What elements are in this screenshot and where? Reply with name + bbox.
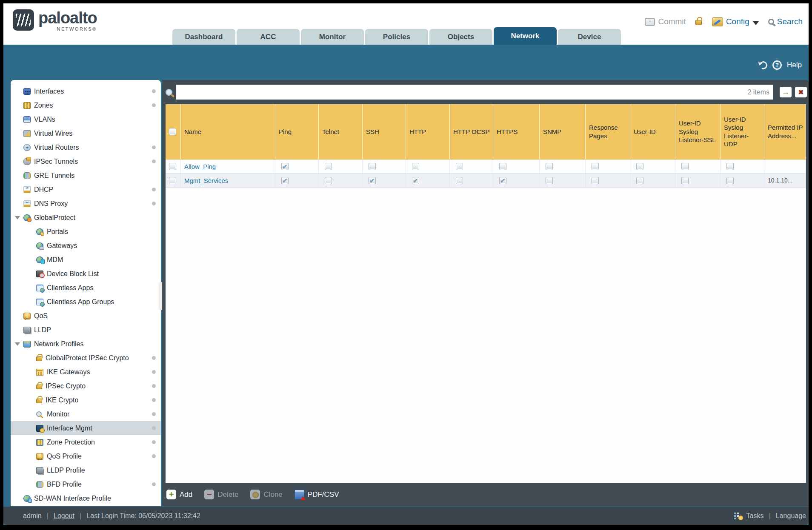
user-id-syslog-listener-udp-checkbox[interactable] bbox=[726, 177, 734, 184]
overflow-dot bbox=[152, 454, 156, 458]
logout-link[interactable]: Logout bbox=[54, 512, 74, 520]
ping-checkbox[interactable] bbox=[281, 163, 289, 170]
column-header-ssh[interactable]: SSH bbox=[363, 104, 406, 159]
column-header-telnet[interactable]: Telnet bbox=[319, 104, 363, 159]
sidebar-item-qos-profile[interactable]: QoS Profile bbox=[11, 449, 161, 463]
sidebar-item-ike-gateways[interactable]: IKE Gateways bbox=[11, 365, 161, 379]
sidebar-item-clientless-app-groups[interactable]: Clientless App Groups bbox=[11, 295, 161, 309]
column-header-http[interactable]: HTTP bbox=[406, 104, 450, 159]
response-pages-checkbox[interactable] bbox=[592, 163, 599, 170]
http-ocsp-checkbox[interactable] bbox=[456, 163, 463, 170]
telnet-checkbox[interactable] bbox=[325, 177, 332, 184]
unlock-icon[interactable] bbox=[695, 20, 702, 25]
column-header-user-id-syslog-listener-udp[interactable]: User-ID Syslog Listener-UDP bbox=[721, 104, 764, 159]
column-header-select[interactable] bbox=[166, 104, 181, 159]
sidebar-item-virtual-wires[interactable]: Virtual Wires bbox=[11, 126, 161, 140]
tab-dashboard[interactable]: Dashboard bbox=[172, 29, 235, 45]
sidebar-item-network-profiles[interactable]: Network Profiles bbox=[11, 337, 161, 351]
sidebar-item-gre-tunnels[interactable]: GRE Tunnels bbox=[11, 168, 161, 182]
sidebar-item-monitor[interactable]: Monitor bbox=[11, 407, 161, 421]
pdf-csv-button[interactable]: PDF/CSV bbox=[294, 490, 339, 499]
help-label[interactable]: Help bbox=[787, 61, 802, 69]
sidebar-item-vlans[interactable]: VLANs bbox=[11, 112, 161, 126]
sidebar-item-zones[interactable]: Zones bbox=[11, 98, 161, 112]
user-id-syslog-listener-ssl-checkbox[interactable] bbox=[681, 177, 689, 184]
http-checkbox[interactable] bbox=[412, 163, 419, 170]
search-button[interactable]: Search bbox=[777, 17, 803, 26]
column-header-snmp[interactable]: SNMP bbox=[540, 104, 586, 159]
row-select-checkbox[interactable] bbox=[169, 177, 176, 184]
select-all-checkbox[interactable] bbox=[169, 128, 176, 135]
chevron-down-icon[interactable] bbox=[753, 21, 759, 25]
sidebar-item-virtual-routers[interactable]: Virtual Routers bbox=[11, 140, 161, 154]
refresh-icon[interactable] bbox=[758, 60, 768, 70]
ssh-checkbox[interactable] bbox=[369, 177, 376, 184]
sidebar-item-qos[interactable]: QoS bbox=[11, 309, 161, 323]
sidebar-item-interfaces[interactable]: Interfaces bbox=[11, 84, 161, 98]
tab-objects[interactable]: Objects bbox=[429, 29, 492, 45]
column-header-https[interactable]: HTTPS bbox=[493, 104, 540, 159]
snmp-checkbox[interactable] bbox=[546, 163, 553, 170]
tab-policies[interactable]: Policies bbox=[365, 29, 428, 45]
ssh-checkbox[interactable] bbox=[369, 163, 376, 170]
sidebar-item-portals[interactable]: Portals bbox=[11, 225, 161, 239]
language-button[interactable]: Language bbox=[776, 512, 806, 520]
sidebar-item-device-block-list[interactable]: Device Block List bbox=[11, 267, 161, 281]
column-header-response-pages[interactable]: Response Pages bbox=[586, 104, 630, 159]
tab-device[interactable]: Device bbox=[558, 29, 621, 45]
https-checkbox[interactable] bbox=[499, 177, 506, 184]
sidebar-item-ike-crypto[interactable]: IKE Crypto bbox=[11, 393, 161, 407]
tab-network[interactable]: Network bbox=[494, 27, 557, 45]
https-checkbox[interactable] bbox=[499, 163, 506, 170]
sidebar-item-interface-mgmt[interactable]: Interface Mgmt bbox=[11, 421, 161, 435]
add-button[interactable]: Add bbox=[166, 490, 192, 499]
telnet-checkbox[interactable] bbox=[325, 163, 332, 170]
column-header-name[interactable]: Name bbox=[181, 104, 275, 159]
expander-icon[interactable] bbox=[15, 342, 20, 346]
column-header-permitted-ip-address[interactable]: Permitted IP Address... bbox=[764, 104, 806, 159]
response-pages-checkbox[interactable] bbox=[592, 177, 599, 184]
sidebar-item-lldp-profile[interactable]: LLDP Profile bbox=[11, 463, 161, 477]
sidebar-item-mdm[interactable]: MDM bbox=[11, 253, 161, 267]
http-ocsp-checkbox[interactable] bbox=[456, 177, 463, 184]
row-select-checkbox[interactable] bbox=[169, 163, 176, 170]
column-header-ping[interactable]: Ping bbox=[275, 104, 319, 159]
config-button[interactable]: Config bbox=[726, 17, 749, 26]
sidebar-item-dns-proxy[interactable]: DNS Proxy bbox=[11, 197, 161, 211]
tasks-icon[interactable] bbox=[734, 512, 742, 519]
tab-acc[interactable]: ACC bbox=[237, 29, 300, 45]
http-checkbox[interactable] bbox=[412, 177, 419, 184]
sidebar-item-clientless-apps[interactable]: Clientless Apps bbox=[11, 281, 161, 295]
sidebar-item-dhcp[interactable]: DHCP bbox=[11, 182, 161, 197]
user-id-checkbox[interactable] bbox=[636, 163, 643, 170]
profile-name-link[interactable]: Mgmt_Services bbox=[184, 177, 228, 184]
sidebar-item-sd-wan-interface-profile[interactable]: SD-WAN Interface Profile bbox=[11, 491, 161, 505]
tab-monitor[interactable]: Monitor bbox=[301, 29, 364, 45]
expander-icon[interactable] bbox=[15, 216, 20, 219]
sidebar-item-gateways[interactable]: Gateways bbox=[11, 239, 161, 253]
filter-input[interactable] bbox=[176, 85, 773, 100]
table-row[interactable]: Allow_Ping bbox=[166, 160, 806, 174]
sidebar-item-lldp[interactable]: LLDP bbox=[11, 323, 161, 337]
ping-checkbox[interactable] bbox=[281, 177, 289, 184]
sidebar-item-ipsec-crypto[interactable]: IPSec Crypto bbox=[11, 379, 161, 393]
user-id-checkbox[interactable] bbox=[636, 177, 643, 184]
sidebar-item-bfd-profile[interactable]: BFD Profile bbox=[11, 477, 161, 491]
tasks-button[interactable]: Tasks bbox=[746, 512, 763, 520]
sidebar-item-ipsec-tunnels[interactable]: IPSec Tunnels bbox=[11, 154, 161, 168]
clear-filter-button[interactable] bbox=[795, 87, 807, 97]
user-id-syslog-listener-udp-checkbox[interactable] bbox=[726, 163, 734, 170]
sidebar-item-globalprotect[interactable]: GlobalProtect bbox=[11, 211, 161, 225]
column-header-user-id-syslog-listener-ssl[interactable]: User-ID Syslog Listener-SSL bbox=[675, 104, 721, 159]
commit-button[interactable]: Commit bbox=[658, 17, 686, 26]
sidebar-item-globalprotect-ipsec-crypto[interactable]: GlobalProtect IPSec Crypto bbox=[11, 351, 161, 365]
table-row[interactable]: Mgmt_Services10.1.10... bbox=[166, 174, 806, 188]
snmp-checkbox[interactable] bbox=[546, 177, 553, 184]
help-icon[interactable] bbox=[772, 60, 782, 70]
profile-name-link[interactable]: Allow_Ping bbox=[184, 163, 216, 170]
column-header-http-ocsp[interactable]: HTTP OCSP bbox=[450, 104, 493, 159]
column-header-user-id[interactable]: User-ID bbox=[630, 104, 675, 159]
apply-filter-button[interactable] bbox=[780, 87, 792, 97]
user-id-syslog-listener-ssl-checkbox[interactable] bbox=[681, 163, 689, 170]
sidebar-item-zone-protection[interactable]: Zone Protection bbox=[11, 435, 161, 449]
